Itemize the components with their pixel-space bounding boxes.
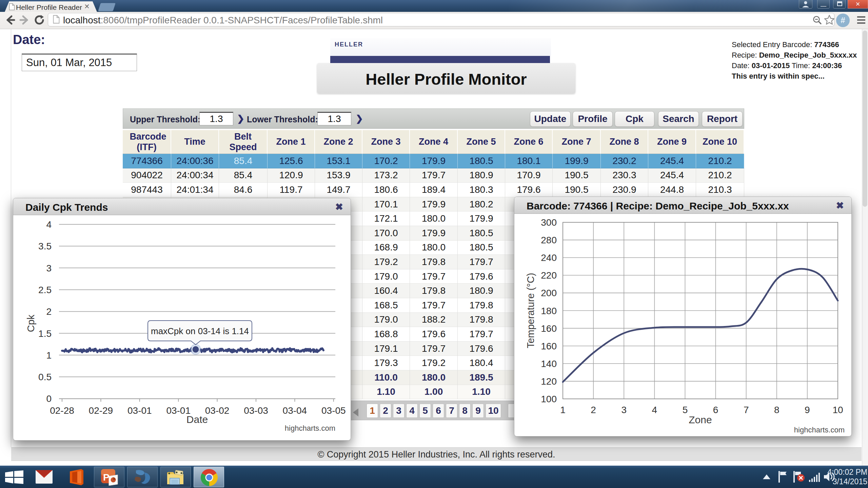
table-cell[interactable]: 160.4 (362, 284, 410, 298)
date-input[interactable] (22, 54, 137, 71)
page-button-10[interactable]: 10 (486, 404, 501, 418)
table-cell[interactable]: 179.9 (410, 154, 458, 168)
profile-button[interactable]: Profile (573, 111, 613, 127)
table-cell[interactable]: 84.6 (219, 183, 268, 197)
table-cell[interactable]: 180.9 (458, 284, 505, 298)
col-header-time[interactable]: Time (171, 130, 219, 154)
upper-threshold-chevron-icon[interactable]: ❯ (237, 114, 244, 124)
col-header-barcode-itf-[interactable]: Barcode (ITF) (123, 130, 171, 154)
table-cell[interactable]: 188.2 (410, 313, 458, 327)
table-cell[interactable]: 179.8 (458, 298, 505, 313)
table-cell[interactable]: 179.7 (458, 255, 505, 269)
taskbar-blue-app-button[interactable] (127, 467, 158, 487)
taskbar-chrome-button[interactable] (194, 467, 224, 487)
new-tab-button[interactable] (98, 3, 116, 11)
close-window-button[interactable]: ✕ (848, 0, 868, 8)
table-cell[interactable]: 170.9 (505, 168, 553, 183)
table-cell[interactable]: 179.7 (410, 269, 458, 284)
maximize-button[interactable] (833, 0, 846, 8)
table-cell[interactable]: 119.7 (268, 183, 315, 197)
page-button-4[interactable]: 4 (406, 404, 418, 418)
profile-avatar-button[interactable] (799, 0, 812, 8)
minimize-button[interactable]: — (817, 0, 830, 8)
table-cell[interactable]: 110.0 (362, 370, 410, 385)
table-cell[interactable]: 179.9 (410, 197, 458, 212)
table-cell[interactable]: 774366 (123, 154, 171, 168)
table-cell[interactable]: 179.8 (458, 313, 505, 327)
table-cell[interactable]: 179.2 (410, 356, 458, 370)
table-cell[interactable]: 180.0 (410, 241, 458, 255)
table-cell[interactable]: 230.3 (601, 168, 648, 183)
table-cell[interactable]: 180.2 (458, 197, 505, 212)
table-cell[interactable]: 179.3 (362, 356, 410, 370)
table-cell[interactable]: 179.2 (362, 255, 410, 269)
profile-popup-close-icon[interactable]: ✖ (836, 200, 844, 211)
table-cell[interactable]: 179.6 (410, 327, 458, 342)
tab-close-icon[interactable]: ✕ (84, 2, 90, 11)
table-cell[interactable]: 179.7 (458, 327, 505, 342)
table-cell[interactable]: 170.1 (362, 197, 410, 212)
lower-threshold-input[interactable] (317, 112, 351, 125)
extension-badge[interactable]: # (836, 14, 850, 27)
table-cell[interactable]: 210.2 (696, 168, 744, 183)
table-cell[interactable]: 172.1 (362, 211, 410, 226)
table-cell[interactable]: 180.0 (410, 211, 458, 226)
report-button[interactable]: Report (702, 111, 743, 127)
office-app-icon[interactable] (68, 469, 85, 485)
table-cell[interactable]: 179.0 (362, 269, 410, 284)
table-cell[interactable]: 153.1 (315, 154, 362, 168)
pagination-prev-icon[interactable] (353, 408, 358, 416)
table-cell[interactable]: 199.9 (553, 154, 601, 168)
tray-clock-date[interactable]: 3/14/2015 (813, 477, 867, 486)
reload-button-icon[interactable] (33, 14, 45, 26)
table-cell[interactable]: 168.9 (362, 241, 410, 255)
profile-popup-titlebar[interactable]: Barcode: 774366 | Recipe: Demo_Recipe_Jo… (514, 197, 851, 214)
upper-threshold-input[interactable] (199, 112, 233, 125)
col-header-zone-7[interactable]: Zone 7 (553, 130, 601, 154)
table-cell[interactable]: 179.8 (410, 284, 458, 298)
table-cell[interactable]: 149.7 (315, 183, 362, 197)
page-button-8[interactable]: 8 (459, 404, 471, 418)
table-cell[interactable]: 179.8 (410, 255, 458, 269)
table-cell[interactable]: 180.5 (458, 241, 505, 255)
back-button-icon[interactable] (4, 14, 16, 26)
table-cell[interactable]: 173.2 (362, 168, 410, 183)
tray-flag-icon[interactable] (778, 470, 789, 483)
table-cell[interactable]: 210.3 (696, 183, 744, 197)
table-cell[interactable]: 180.3 (458, 183, 505, 197)
col-header-zone-6[interactable]: Zone 6 (505, 130, 553, 154)
taskbar-powerpoint-button[interactable]: P (94, 467, 124, 487)
zoom-out-icon[interactable] (812, 15, 823, 25)
col-header-zone-2[interactable]: Zone 2 (315, 130, 362, 154)
page-button-3[interactable]: 3 (393, 404, 405, 418)
page-button-6[interactable]: 6 (433, 404, 444, 418)
update-button[interactable]: Update (530, 111, 571, 127)
start-button-icon[interactable] (5, 470, 23, 484)
table-cell[interactable]: 180.5 (458, 154, 505, 168)
col-header-belt-speed[interactable]: Belt Speed (219, 130, 268, 154)
table-cell[interactable]: 190.5 (553, 183, 601, 197)
table-cell[interactable]: 179.9 (410, 226, 458, 241)
table-cell[interactable]: 180.1 (505, 154, 553, 168)
mail-app-icon[interactable] (35, 470, 53, 484)
table-cell[interactable]: 180.4 (458, 356, 505, 370)
table-cell[interactable]: 210.2 (696, 154, 744, 168)
table-cell[interactable]: 180.0 (410, 370, 458, 385)
tray-clock-time[interactable]: 4:00:02 PM (813, 468, 867, 477)
url-text[interactable]: localhost:8060/tmpProfileReader 0.0.1-SN… (63, 15, 383, 26)
table-cell[interactable]: 170.0 (362, 226, 410, 241)
scrollbar-thumb[interactable] (863, 30, 867, 207)
table-cell[interactable]: 168.5 (362, 298, 410, 313)
table-cell[interactable]: 904022 (123, 168, 171, 183)
table-cell[interactable]: 179.9 (458, 211, 505, 226)
table-cell[interactable]: 179.7 (410, 342, 458, 356)
search-button[interactable]: Search (658, 111, 699, 127)
bookmark-star-icon[interactable] (824, 15, 835, 25)
table-cell[interactable]: 179.7 (410, 168, 458, 183)
taskbar-explorer-button[interactable] (160, 467, 191, 487)
table-cell[interactable]: 180.9 (458, 168, 505, 183)
table-cell[interactable]: 180.6 (362, 183, 410, 197)
table-cell[interactable]: 170.2 (362, 154, 410, 168)
page-button-2[interactable]: 2 (380, 404, 391, 418)
table-cell[interactable]: 987443 (123, 183, 171, 197)
